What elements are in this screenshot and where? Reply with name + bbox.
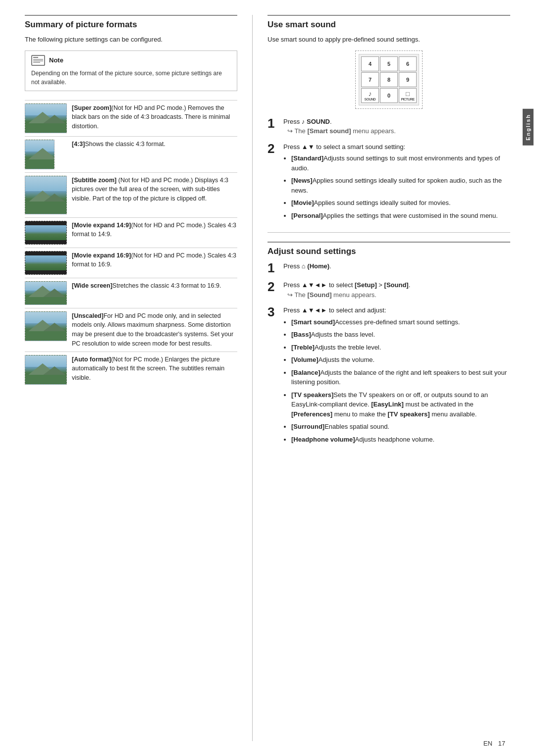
step-content: Press ▲▼ to select a smart sound setting… [283, 142, 510, 224]
step-number: 1 [268, 117, 278, 130]
page-number: 17 [498, 740, 505, 747]
main-content: Summary of picture formats The following… [0, 0, 535, 756]
list-item: [News]Applies sound settings ideally sui… [291, 176, 510, 195]
section-divider [268, 232, 510, 233]
table-row: [Wide screen]Stretches the classic 4:3 f… [25, 278, 237, 308]
table-row: [Super zoom](Not for HD and PC mode.) Re… [25, 100, 237, 136]
adjust-sound-bullets: [Smart sound]Accesses pre-defined smart … [291, 317, 510, 445]
table-row: [4:3]Shows the classic 4:3 format. [25, 136, 237, 172]
list-item: [Headphone volume]Adjusts headphone volu… [291, 435, 510, 445]
format-image-cell [25, 278, 72, 308]
table-row: [Movie expand 14:9](Not for HD and PC mo… [25, 217, 237, 248]
step-arrow: ↪ The [Sound] menu appears. [287, 290, 510, 300]
note-icon [31, 55, 45, 66]
step-number: 3 [268, 305, 278, 318]
format-text-cell: [Movie expand 16:9](Not for HD and PC mo… [72, 248, 237, 278]
list-item: [Standard]Adjusts sound settings to suit… [291, 153, 510, 173]
smart-sound-title: Use smart sound [268, 15, 510, 30]
note-header: Note [31, 55, 231, 66]
format-image-cell [25, 217, 72, 248]
format-name: [Auto format] [72, 356, 111, 363]
table-row: [Subtitle zoom] (Not for HD and PC mode.… [25, 172, 237, 217]
step-content: Press ⌂ (Home). [283, 261, 510, 271]
keypad-key-7: 7 [361, 72, 379, 87]
step-3-adjust-sound: 3 Press ▲▼◄► to select and adjust: [Smar… [268, 305, 510, 447]
keypad-key-sound: ♪ SOUND [361, 88, 379, 103]
step-number: 1 [268, 261, 278, 274]
step-1-smart-sound: 1 Press ♪ SOUND. ↪ The [Smart sound] men… [268, 117, 510, 136]
format-name: [Movie expand 14:9] [72, 222, 131, 229]
step-2-smart-sound: 2 Press ▲▼ to select a smart sound setti… [268, 142, 510, 224]
keypad-key-8: 8 [380, 72, 398, 87]
keypad-key-9: 9 [399, 72, 417, 87]
format-image-cell [25, 172, 72, 217]
left-column: Summary of picture formats The following… [25, 15, 253, 741]
keypad-key-4: 4 [361, 56, 379, 71]
format-image [25, 176, 67, 214]
format-image-cell [25, 308, 72, 352]
format-image-cell [25, 352, 72, 388]
svg-rect-0 [32, 55, 45, 65]
format-name: [4:3] [72, 141, 85, 148]
format-image-cell [25, 136, 72, 172]
language-tab: English [521, 0, 535, 756]
format-image-cell [25, 100, 72, 136]
format-text-cell: [Wide screen]Stretches the classic 4:3 f… [72, 278, 237, 308]
note-box: Note Depending on the format of the pict… [25, 50, 237, 91]
format-text-cell: [Subtitle zoom] (Not for HD and PC mode.… [72, 172, 237, 217]
format-image [25, 355, 67, 385]
keypad-inner: 4 5 6 7 8 9 ♪ SOUND 0 [359, 54, 419, 105]
format-image [25, 140, 54, 169]
format-text-cell: [Auto format](Not for PC mode.) Enlarges… [72, 352, 237, 388]
keypad-key-0: 0 [380, 88, 398, 103]
step-2-adjust-sound: 2 Press ▲▼◄► to select [Setup] > [Sound]… [268, 280, 510, 300]
format-text-cell: [Movie expand 14:9](Not for HD and PC mo… [72, 217, 237, 248]
smart-sound-bullets: [Standard]Adjusts sound settings to suit… [291, 153, 510, 220]
format-name: [Super zoom] [72, 104, 111, 111]
en-label: EN [483, 740, 492, 747]
step-arrow: ↪ The [Smart sound] menu appears. [287, 126, 510, 136]
keypad-container: 4 5 6 7 8 9 ♪ SOUND 0 [268, 50, 510, 109]
list-item: [Movie]Applies sound settings ideally su… [291, 198, 510, 208]
note-label: Note [49, 56, 63, 64]
step-content: Press ▲▼◄► to select [Setup] > [Sound]. … [283, 280, 510, 300]
keypad-key-5: 5 [380, 56, 398, 71]
list-item: [Smart sound]Accesses pre-defined smart … [291, 317, 510, 327]
format-image [25, 221, 67, 245]
format-name: [Subtitle zoom] [72, 177, 118, 184]
format-image [25, 103, 67, 133]
list-item: [Treble]Adjusts the treble level. [291, 343, 510, 353]
adjust-sound-title: Adjust sound settings [268, 242, 510, 256]
format-text-cell: [Unscaled]For HD and PC mode only, and i… [72, 308, 237, 352]
step-number: 2 [268, 280, 278, 293]
keypad-key-6: 6 [399, 56, 417, 71]
list-item: [Personal]Applies the settings that were… [291, 211, 510, 221]
list-item: [TV speakers]Sets the TV speakers on or … [291, 390, 510, 419]
language-label: English [523, 109, 534, 146]
format-image-cell [25, 248, 72, 278]
page: English Summary of picture formats The f… [0, 0, 535, 756]
table-row: [Unscaled]For HD and PC mode only, and i… [25, 308, 237, 352]
format-name: [Unscaled] [72, 312, 104, 319]
table-row: [Movie expand 16:9](Not for HD and PC mo… [25, 248, 237, 278]
left-section-title: Summary of picture formats [25, 15, 237, 30]
smart-sound-desc: Use smart sound to apply pre-defined sou… [268, 35, 510, 45]
right-column: Use smart sound Use smart sound to apply… [253, 15, 510, 741]
format-name: [Wide screen] [72, 282, 112, 289]
list-item: [Volume]Adjusts the volume. [291, 355, 510, 365]
step-content: Press ▲▼◄► to select and adjust: [Smart … [283, 305, 510, 447]
format-image [25, 251, 67, 275]
format-image [25, 311, 67, 341]
page-footer: EN 17 [483, 740, 505, 747]
table-row: [Auto format](Not for PC mode.) Enlarges… [25, 352, 237, 388]
step-content: Press ♪ SOUND. ↪ The [Smart sound] menu … [283, 117, 510, 136]
list-item: [Bass]Adjusts the bass level. [291, 330, 510, 340]
format-text-cell: [4:3]Shows the classic 4:3 format. [72, 136, 237, 172]
list-item: [Surround]Enables spatial sound. [291, 422, 510, 432]
step-number: 2 [268, 142, 278, 155]
step-1-adjust-sound: 1 Press ⌂ (Home). [268, 261, 510, 274]
keypad-key-picture: □ PICTURE [399, 88, 417, 103]
format-text-cell: [Super zoom](Not for HD and PC mode.) Re… [72, 100, 237, 136]
format-name: [Movie expand 16:9] [72, 252, 131, 259]
format-table: [Super zoom](Not for HD and PC mode.) Re… [25, 100, 237, 388]
